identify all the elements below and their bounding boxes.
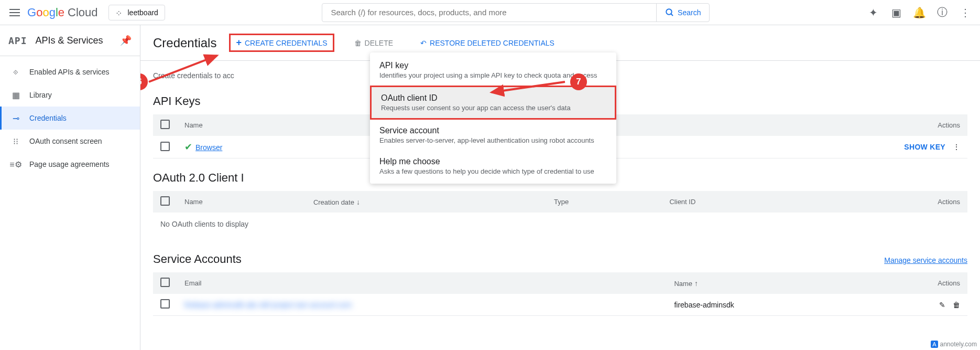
menu-item-title: API key [379, 61, 607, 70]
more-icon[interactable]: ⋮ [959, 6, 972, 19]
svg-point-0 [666, 9, 672, 15]
delete-label: DELETE [365, 39, 393, 47]
col-actions: Actions [716, 114, 967, 136]
hamburger-menu-icon[interactable] [8, 6, 21, 19]
oauth-consent-icon: ⁝⁝ [10, 136, 21, 146]
checkbox-all[interactable] [160, 120, 170, 129]
restore-button[interactable]: ↶ RESTORE DELETED CREDENTIALS [413, 35, 562, 51]
api-badge-icon: API [8, 35, 27, 46]
svg-line-1 [671, 14, 673, 16]
show-key-button[interactable]: SHOW KEY [904, 143, 945, 151]
delete-icon[interactable]: 🗑 [953, 301, 960, 309]
col-client-id: Client ID [662, 191, 822, 213]
google-cloud-logo[interactable]: Google Cloud [27, 6, 98, 19]
manage-service-accounts-link[interactable]: Manage service accounts [884, 256, 967, 264]
service-accounts-table: Email Name↑ Actions firebase adminsdk ab… [153, 272, 967, 316]
search-icon [665, 8, 674, 17]
search-button-label: Search [678, 8, 701, 17]
watermark-text: annotely.com [940, 341, 977, 348]
project-selector[interactable]: leetboard [108, 5, 165, 20]
edit-icon[interactable]: ✎ [939, 301, 945, 309]
sidebar-item-label: OAuth consent screen [29, 137, 102, 145]
project-icon [115, 8, 124, 17]
restore-label: RESTORE DELETED CREDENTIALS [430, 39, 554, 47]
service-accounts-title: Service Accounts [153, 252, 242, 266]
col-name: Name↑ [667, 272, 867, 294]
svg-line-2 [149, 56, 217, 82]
project-name: leetboard [128, 8, 158, 17]
menu-item-help-me-choose[interactable]: Help me choose Asks a few questions to h… [370, 151, 616, 182]
sidebar-title: APIs & Services [36, 35, 103, 46]
main-content: Credentials + CREATE CREDENTIALS 🗑 DELET… [140, 25, 980, 350]
col-email: Email [177, 272, 667, 294]
menu-item-title: Service account [379, 126, 607, 135]
notifications-icon[interactable]: 🔔 [913, 6, 925, 19]
checkbox-row[interactable] [160, 142, 170, 151]
oauth-empty-message: No OAuth clients to display [153, 213, 967, 236]
col-creation: Creation date↓ [306, 191, 547, 213]
sidebar-item-enabled-apis[interactable]: ⟐ Enabled APIs & services [0, 60, 140, 83]
more-vert-icon[interactable]: ⋮ [953, 143, 960, 151]
menu-item-desc: Enables server-to-server, app-level auth… [379, 136, 607, 144]
plus-icon: + [236, 37, 242, 48]
header-icons: ✦ ▣ 🔔 ⓘ ⋮ [867, 6, 972, 19]
table-row: firebase adminsdk abc def project iam ac… [153, 294, 967, 316]
cloud-shell-icon[interactable]: ▣ [890, 6, 902, 19]
sidebar-items: ⟐ Enabled APIs & services ▦ Library ⊸ Cr… [0, 56, 140, 180]
annotation-arrow-7 [486, 78, 570, 99]
help-icon[interactable]: ⓘ [936, 6, 949, 19]
pin-icon[interactable]: 📌 [120, 35, 132, 46]
menu-item-service-account[interactable]: Service account Enables server-to-server… [370, 120, 616, 151]
col-actions: Actions [868, 272, 967, 294]
api-key-name-link[interactable]: Browser [195, 143, 222, 152]
oauth-clients-table: Name Creation date↓ Type Client ID Actio… [153, 191, 967, 213]
sidebar-item-page-usage[interactable]: ≡⚙ Page usage agreements [0, 153, 140, 176]
page-usage-icon: ≡⚙ [10, 159, 21, 169]
search-container: Search [192, 3, 840, 22]
checkbox-all[interactable] [160, 196, 170, 206]
create-credentials-label: CREATE CREDENTIALS [245, 39, 328, 47]
sidebar-item-label: Enabled APIs & services [29, 68, 110, 76]
delete-button[interactable]: 🗑 DELETE [347, 35, 400, 51]
col-name: Name [177, 191, 306, 213]
trash-icon: 🗑 [354, 39, 362, 47]
col-actions: Actions [822, 191, 967, 213]
library-icon: ▦ [10, 90, 21, 100]
gemini-icon[interactable]: ✦ [867, 6, 879, 19]
sidebar-header: API APIs & Services 📌 [0, 25, 140, 56]
sidebar-item-library[interactable]: ▦ Library [0, 83, 140, 107]
create-credentials-button[interactable]: + CREATE CREDENTIALS [229, 34, 334, 52]
svg-line-3 [492, 82, 565, 92]
sidebar-item-credentials[interactable]: ⊸ Credentials [0, 107, 140, 130]
top-header: Google Cloud leetboard Search ✦ ▣ 🔔 ⓘ ⋮ [0, 0, 980, 25]
undo-icon: ↶ [420, 39, 427, 47]
col-name: Name [177, 114, 364, 136]
checkbox-all[interactable] [160, 278, 170, 287]
menu-item-desc: Asks a few questions to help you decide … [379, 167, 607, 175]
sidebar-item-label: Library [29, 91, 52, 99]
checkbox-row[interactable] [160, 299, 170, 309]
annotation-arrow-6 [144, 50, 227, 87]
sidebar-item-label: Page usage agreements [29, 160, 110, 168]
watermark: A annotely.com [931, 341, 977, 348]
status-ok-icon: ✔ [184, 142, 192, 152]
sidebar-item-oauth-consent[interactable]: ⁝⁝ OAuth consent screen [0, 130, 140, 153]
menu-item-desc: Requests user consent so your app can ac… [381, 104, 605, 112]
page-title: Credentials [153, 36, 216, 50]
watermark-icon: A [931, 341, 938, 348]
enabled-apis-icon: ⟐ [10, 67, 21, 77]
annotation-badge-7: 7 [570, 73, 587, 90]
sidebar-item-label: Credentials [29, 114, 67, 122]
search-input[interactable] [322, 8, 656, 17]
service-account-name: firebase-adminsdk [667, 294, 867, 316]
search-box: Search [322, 3, 710, 22]
sort-up-icon[interactable]: ↑ [694, 279, 698, 288]
menu-item-title: Help me choose [379, 157, 607, 166]
credentials-icon: ⊸ [10, 113, 21, 123]
create-credentials-dropdown: API key Identifies your project using a … [370, 52, 616, 184]
col-type: Type [547, 191, 662, 213]
sort-down-icon[interactable]: ↓ [356, 198, 360, 206]
sidebar: API APIs & Services 📌 ⟐ Enabled APIs & s… [0, 25, 140, 350]
search-button[interactable]: Search [656, 4, 709, 22]
service-account-email: firebase adminsdk abc def project iam ac… [184, 301, 352, 309]
